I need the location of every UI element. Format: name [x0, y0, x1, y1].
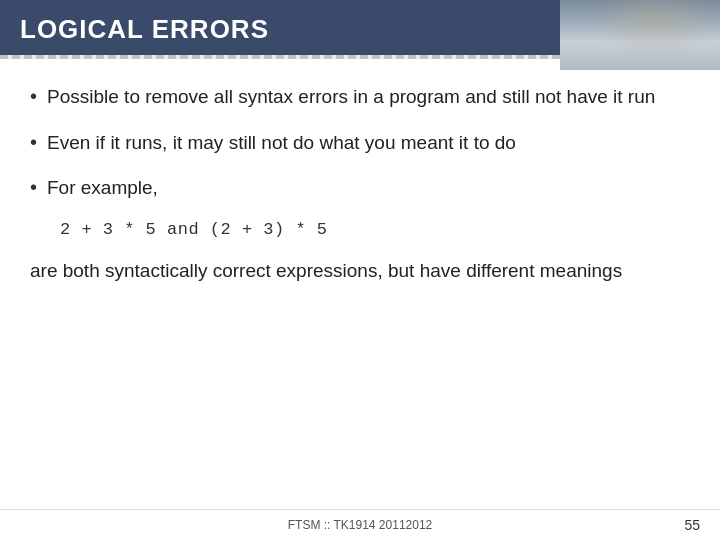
bullet-item-2: • Even if it runs, it may still not do w…	[30, 129, 690, 157]
slide-footer: FTSM :: TK1914 20112012 55	[0, 509, 720, 540]
bullet-dot-2: •	[30, 131, 37, 154]
bullet-item-3: • For example,	[30, 174, 690, 202]
bullet-text-2: Even if it runs, it may still not do wha…	[47, 129, 516, 157]
bullet-dot-3: •	[30, 176, 37, 199]
bullet-item-1: • Possible to remove all syntax errors i…	[30, 83, 690, 111]
header-image	[560, 0, 720, 70]
bullet-dot-1: •	[30, 85, 37, 108]
bullet-text-3: For example,	[47, 174, 158, 202]
code-example: 2 + 3 * 5 and (2 + 3) * 5	[60, 220, 690, 239]
footer-label: FTSM :: TK1914 20112012	[288, 518, 433, 532]
image-overlay	[560, 0, 720, 70]
bullet-text-1: Possible to remove all syntax errors in …	[47, 83, 655, 111]
summary-text: are both syntactically correct expressio…	[30, 257, 690, 285]
slide-content: • Possible to remove all syntax errors i…	[0, 59, 720, 509]
slide-title: LOGICAL ERRORS	[20, 14, 269, 45]
footer-page-number: 55	[684, 517, 700, 533]
slide: LOGICAL ERRORS • Possible to remove all …	[0, 0, 720, 540]
header-image-bg	[560, 0, 720, 70]
slide-header: LOGICAL ERRORS	[0, 0, 720, 55]
